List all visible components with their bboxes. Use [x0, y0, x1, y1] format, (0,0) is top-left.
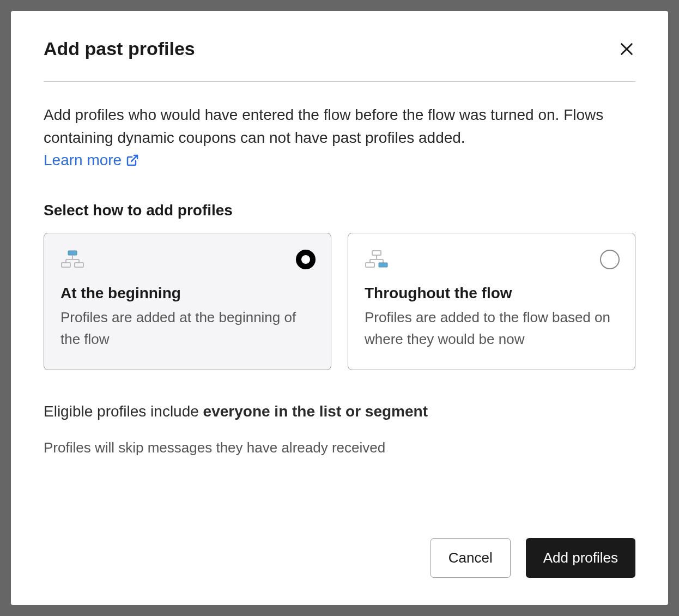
option-throughout-flow[interactable]: Throughout the flow Profiles are added t… — [348, 233, 635, 370]
options-container: At the beginning Profiles are added at t… — [44, 233, 635, 370]
flow-throughout-icon — [365, 250, 619, 274]
add-past-profiles-modal: Add past profiles Add profiles who would… — [11, 11, 668, 605]
option-description: Profiles are added at the beginning of t… — [60, 306, 314, 351]
flow-beginning-icon — [60, 250, 314, 274]
svg-rect-3 — [68, 251, 77, 255]
option-title: Throughout the flow — [365, 285, 619, 302]
radio-unselected-icon — [600, 250, 620, 269]
modal-header: Add past profiles — [44, 38, 635, 82]
eligible-bold: everyone in the list or segment — [203, 403, 428, 420]
modal-footer: Cancel Add profiles — [44, 527, 635, 578]
cancel-button[interactable]: Cancel — [431, 538, 511, 578]
eligible-prefix: Eligible profiles include — [44, 403, 203, 420]
svg-rect-10 — [372, 251, 381, 255]
svg-rect-8 — [62, 263, 70, 267]
modal-title: Add past profiles — [44, 38, 195, 59]
svg-rect-9 — [75, 263, 83, 267]
section-label: Select how to add profiles — [44, 202, 635, 219]
radio-selected-icon — [296, 250, 316, 269]
svg-rect-15 — [366, 263, 374, 267]
option-at-beginning[interactable]: At the beginning Profiles are added at t… — [44, 233, 331, 370]
eligible-section: Eligible profiles include everyone in th… — [44, 403, 635, 456]
option-title: At the beginning — [60, 285, 314, 302]
learn-more-link[interactable]: Learn more — [44, 152, 139, 169]
svg-rect-16 — [379, 263, 387, 267]
add-profiles-button[interactable]: Add profiles — [526, 538, 635, 578]
modal-body: Add profiles who would have entered the … — [44, 82, 635, 527]
eligible-text: Eligible profiles include everyone in th… — [44, 403, 635, 420]
svg-line-2 — [131, 155, 137, 161]
external-link-icon — [126, 154, 139, 167]
learn-more-label: Learn more — [44, 152, 122, 169]
modal-description: Add profiles who would have entered the … — [44, 104, 635, 149]
skip-note: Profiles will skip messages they have al… — [44, 439, 635, 456]
close-button[interactable] — [618, 40, 635, 58]
option-description: Profiles are added to the flow based on … — [365, 306, 619, 351]
close-icon — [619, 41, 634, 57]
